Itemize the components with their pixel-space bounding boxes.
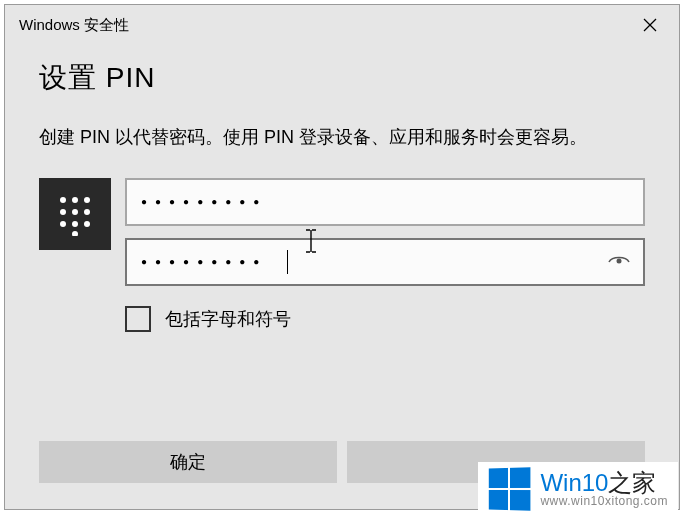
svg-point-6: [72, 209, 78, 215]
watermark: Win10之家 www.win10xitong.com: [478, 462, 678, 516]
new-pin-input[interactable]: [125, 178, 645, 226]
close-button[interactable]: [627, 9, 673, 41]
pin-form: ●●●●●●●●● ●●●●●●●●●: [39, 178, 645, 332]
eye-icon: [607, 250, 631, 274]
dialog-content: 设置 PIN 创建 PIN 以代替密码。使用 PIN 登录设备、应用和服务时会更…: [5, 45, 679, 332]
text-caret: [287, 250, 288, 274]
svg-point-3: [72, 197, 78, 203]
titlebar-text: Windows 安全性: [19, 16, 129, 35]
pin-fields: ●●●●●●●●● ●●●●●●●●●: [125, 178, 645, 332]
svg-point-7: [84, 209, 90, 215]
ok-button[interactable]: 确定: [39, 441, 337, 483]
svg-point-11: [72, 231, 78, 236]
watermark-brand: Win10之家: [540, 470, 668, 495]
dialog-description: 创建 PIN 以代替密码。使用 PIN 登录设备、应用和服务时会更容易。: [39, 123, 645, 152]
confirm-pin-wrap: ●●●●●●●●●: [125, 238, 645, 286]
new-pin-wrap: ●●●●●●●●●: [125, 178, 645, 226]
confirm-pin-input[interactable]: [125, 238, 645, 286]
include-symbols-checkbox[interactable]: 包括字母和符号: [125, 306, 645, 332]
svg-point-12: [617, 258, 622, 263]
titlebar: Windows 安全性: [5, 5, 679, 45]
svg-point-9: [72, 221, 78, 227]
watermark-url: www.win10xitong.com: [540, 495, 668, 508]
svg-point-4: [84, 197, 90, 203]
checkbox-label: 包括字母和符号: [165, 307, 291, 331]
svg-point-2: [60, 197, 66, 203]
svg-point-8: [60, 221, 66, 227]
dialog-heading: 设置 PIN: [39, 59, 645, 97]
windows-logo-icon: [489, 467, 531, 510]
windows-security-dialog: Windows 安全性 设置 PIN 创建 PIN 以代替密码。使用 PIN 登…: [4, 4, 680, 510]
svg-point-5: [60, 209, 66, 215]
close-icon: [643, 18, 657, 32]
keypad-icon: [39, 178, 111, 250]
checkbox-box: [125, 306, 151, 332]
watermark-text: Win10之家 www.win10xitong.com: [540, 470, 668, 508]
svg-point-10: [84, 221, 90, 227]
reveal-password-button[interactable]: [605, 248, 633, 276]
